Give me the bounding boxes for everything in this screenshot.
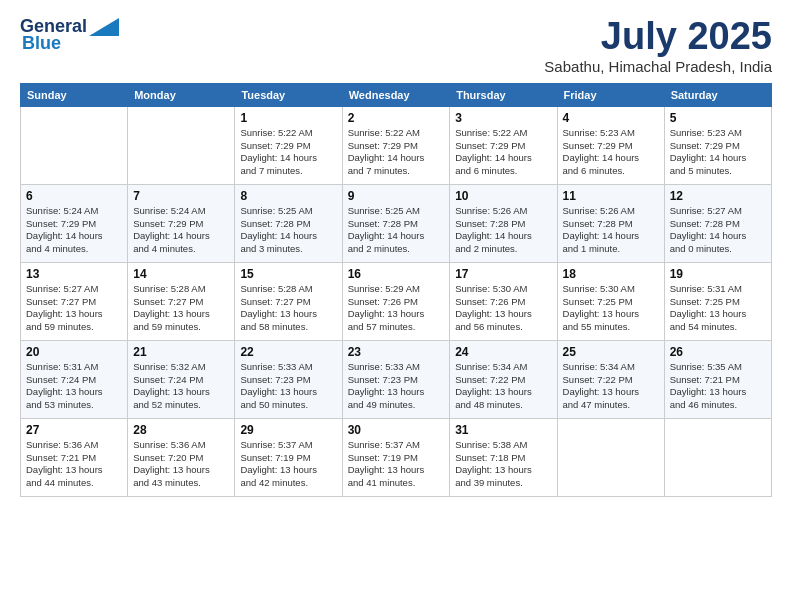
- day-cell: 24Sunrise: 5:34 AM Sunset: 7:22 PM Dayli…: [450, 340, 557, 418]
- week-row-5: 27Sunrise: 5:36 AM Sunset: 7:21 PM Dayli…: [21, 418, 772, 496]
- day-number: 2: [348, 111, 445, 125]
- day-number: 11: [563, 189, 659, 203]
- day-cell: 29Sunrise: 5:37 AM Sunset: 7:19 PM Dayli…: [235, 418, 342, 496]
- day-cell: 10Sunrise: 5:26 AM Sunset: 7:28 PM Dayli…: [450, 184, 557, 262]
- day-cell: 2Sunrise: 5:22 AM Sunset: 7:29 PM Daylig…: [342, 106, 450, 184]
- day-cell: 22Sunrise: 5:33 AM Sunset: 7:23 PM Dayli…: [235, 340, 342, 418]
- day-number: 12: [670, 189, 766, 203]
- day-cell: 6Sunrise: 5:24 AM Sunset: 7:29 PM Daylig…: [21, 184, 128, 262]
- header: General Blue July 2025 Sabathu, Himachal…: [20, 16, 772, 75]
- weekday-header-monday: Monday: [128, 83, 235, 106]
- day-cell: 14Sunrise: 5:28 AM Sunset: 7:27 PM Dayli…: [128, 262, 235, 340]
- day-number: 20: [26, 345, 122, 359]
- day-info: Sunrise: 5:28 AM Sunset: 7:27 PM Dayligh…: [133, 283, 229, 334]
- day-number: 19: [670, 267, 766, 281]
- week-row-1: 1Sunrise: 5:22 AM Sunset: 7:29 PM Daylig…: [21, 106, 772, 184]
- day-number: 25: [563, 345, 659, 359]
- day-number: 7: [133, 189, 229, 203]
- day-cell: 11Sunrise: 5:26 AM Sunset: 7:28 PM Dayli…: [557, 184, 664, 262]
- day-number: 9: [348, 189, 445, 203]
- day-cell: [557, 418, 664, 496]
- week-row-4: 20Sunrise: 5:31 AM Sunset: 7:24 PM Dayli…: [21, 340, 772, 418]
- day-info: Sunrise: 5:31 AM Sunset: 7:24 PM Dayligh…: [26, 361, 122, 412]
- day-info: Sunrise: 5:34 AM Sunset: 7:22 PM Dayligh…: [563, 361, 659, 412]
- day-cell: 5Sunrise: 5:23 AM Sunset: 7:29 PM Daylig…: [664, 106, 771, 184]
- day-info: Sunrise: 5:35 AM Sunset: 7:21 PM Dayligh…: [670, 361, 766, 412]
- day-cell: 30Sunrise: 5:37 AM Sunset: 7:19 PM Dayli…: [342, 418, 450, 496]
- weekday-header-saturday: Saturday: [664, 83, 771, 106]
- logo-icon: [89, 18, 119, 36]
- day-info: Sunrise: 5:31 AM Sunset: 7:25 PM Dayligh…: [670, 283, 766, 334]
- day-info: Sunrise: 5:22 AM Sunset: 7:29 PM Dayligh…: [240, 127, 336, 178]
- page: General Blue July 2025 Sabathu, Himachal…: [0, 0, 792, 612]
- day-cell: 26Sunrise: 5:35 AM Sunset: 7:21 PM Dayli…: [664, 340, 771, 418]
- day-info: Sunrise: 5:32 AM Sunset: 7:24 PM Dayligh…: [133, 361, 229, 412]
- day-cell: 15Sunrise: 5:28 AM Sunset: 7:27 PM Dayli…: [235, 262, 342, 340]
- day-cell: [128, 106, 235, 184]
- day-number: 8: [240, 189, 336, 203]
- day-info: Sunrise: 5:34 AM Sunset: 7:22 PM Dayligh…: [455, 361, 551, 412]
- day-number: 13: [26, 267, 122, 281]
- logo: General Blue: [20, 16, 119, 54]
- day-number: 4: [563, 111, 659, 125]
- calendar-body: 1Sunrise: 5:22 AM Sunset: 7:29 PM Daylig…: [21, 106, 772, 496]
- day-cell: 16Sunrise: 5:29 AM Sunset: 7:26 PM Dayli…: [342, 262, 450, 340]
- day-cell: [21, 106, 128, 184]
- day-info: Sunrise: 5:24 AM Sunset: 7:29 PM Dayligh…: [26, 205, 122, 256]
- day-info: Sunrise: 5:30 AM Sunset: 7:25 PM Dayligh…: [563, 283, 659, 334]
- day-number: 16: [348, 267, 445, 281]
- day-number: 26: [670, 345, 766, 359]
- day-number: 23: [348, 345, 445, 359]
- day-info: Sunrise: 5:25 AM Sunset: 7:28 PM Dayligh…: [348, 205, 445, 256]
- day-number: 27: [26, 423, 122, 437]
- day-cell: 18Sunrise: 5:30 AM Sunset: 7:25 PM Dayli…: [557, 262, 664, 340]
- week-row-3: 13Sunrise: 5:27 AM Sunset: 7:27 PM Dayli…: [21, 262, 772, 340]
- day-number: 1: [240, 111, 336, 125]
- day-cell: 13Sunrise: 5:27 AM Sunset: 7:27 PM Dayli…: [21, 262, 128, 340]
- day-number: 24: [455, 345, 551, 359]
- day-info: Sunrise: 5:33 AM Sunset: 7:23 PM Dayligh…: [348, 361, 445, 412]
- location-title: Sabathu, Himachal Pradesh, India: [544, 58, 772, 75]
- day-info: Sunrise: 5:25 AM Sunset: 7:28 PM Dayligh…: [240, 205, 336, 256]
- day-cell: 21Sunrise: 5:32 AM Sunset: 7:24 PM Dayli…: [128, 340, 235, 418]
- day-cell: 25Sunrise: 5:34 AM Sunset: 7:22 PM Dayli…: [557, 340, 664, 418]
- day-cell: 27Sunrise: 5:36 AM Sunset: 7:21 PM Dayli…: [21, 418, 128, 496]
- day-info: Sunrise: 5:22 AM Sunset: 7:29 PM Dayligh…: [455, 127, 551, 178]
- day-info: Sunrise: 5:36 AM Sunset: 7:20 PM Dayligh…: [133, 439, 229, 490]
- day-number: 21: [133, 345, 229, 359]
- day-number: 6: [26, 189, 122, 203]
- day-info: Sunrise: 5:28 AM Sunset: 7:27 PM Dayligh…: [240, 283, 336, 334]
- day-info: Sunrise: 5:29 AM Sunset: 7:26 PM Dayligh…: [348, 283, 445, 334]
- day-number: 10: [455, 189, 551, 203]
- weekday-header-row: SundayMondayTuesdayWednesdayThursdayFrid…: [21, 83, 772, 106]
- day-cell: 28Sunrise: 5:36 AM Sunset: 7:20 PM Dayli…: [128, 418, 235, 496]
- day-info: Sunrise: 5:36 AM Sunset: 7:21 PM Dayligh…: [26, 439, 122, 490]
- weekday-header-wednesday: Wednesday: [342, 83, 450, 106]
- day-number: 30: [348, 423, 445, 437]
- day-cell: 12Sunrise: 5:27 AM Sunset: 7:28 PM Dayli…: [664, 184, 771, 262]
- day-info: Sunrise: 5:27 AM Sunset: 7:28 PM Dayligh…: [670, 205, 766, 256]
- day-cell: 23Sunrise: 5:33 AM Sunset: 7:23 PM Dayli…: [342, 340, 450, 418]
- day-number: 17: [455, 267, 551, 281]
- day-number: 22: [240, 345, 336, 359]
- day-info: Sunrise: 5:33 AM Sunset: 7:23 PM Dayligh…: [240, 361, 336, 412]
- day-cell: 9Sunrise: 5:25 AM Sunset: 7:28 PM Daylig…: [342, 184, 450, 262]
- weekday-header-friday: Friday: [557, 83, 664, 106]
- day-number: 28: [133, 423, 229, 437]
- day-info: Sunrise: 5:30 AM Sunset: 7:26 PM Dayligh…: [455, 283, 551, 334]
- day-info: Sunrise: 5:27 AM Sunset: 7:27 PM Dayligh…: [26, 283, 122, 334]
- day-info: Sunrise: 5:23 AM Sunset: 7:29 PM Dayligh…: [670, 127, 766, 178]
- day-cell: 7Sunrise: 5:24 AM Sunset: 7:29 PM Daylig…: [128, 184, 235, 262]
- day-cell: 31Sunrise: 5:38 AM Sunset: 7:18 PM Dayli…: [450, 418, 557, 496]
- day-number: 15: [240, 267, 336, 281]
- day-cell: 8Sunrise: 5:25 AM Sunset: 7:28 PM Daylig…: [235, 184, 342, 262]
- day-cell: 4Sunrise: 5:23 AM Sunset: 7:29 PM Daylig…: [557, 106, 664, 184]
- day-info: Sunrise: 5:37 AM Sunset: 7:19 PM Dayligh…: [240, 439, 336, 490]
- day-info: Sunrise: 5:24 AM Sunset: 7:29 PM Dayligh…: [133, 205, 229, 256]
- day-cell: 19Sunrise: 5:31 AM Sunset: 7:25 PM Dayli…: [664, 262, 771, 340]
- day-cell: 17Sunrise: 5:30 AM Sunset: 7:26 PM Dayli…: [450, 262, 557, 340]
- day-cell: [664, 418, 771, 496]
- day-number: 14: [133, 267, 229, 281]
- day-info: Sunrise: 5:22 AM Sunset: 7:29 PM Dayligh…: [348, 127, 445, 178]
- month-title: July 2025: [544, 16, 772, 58]
